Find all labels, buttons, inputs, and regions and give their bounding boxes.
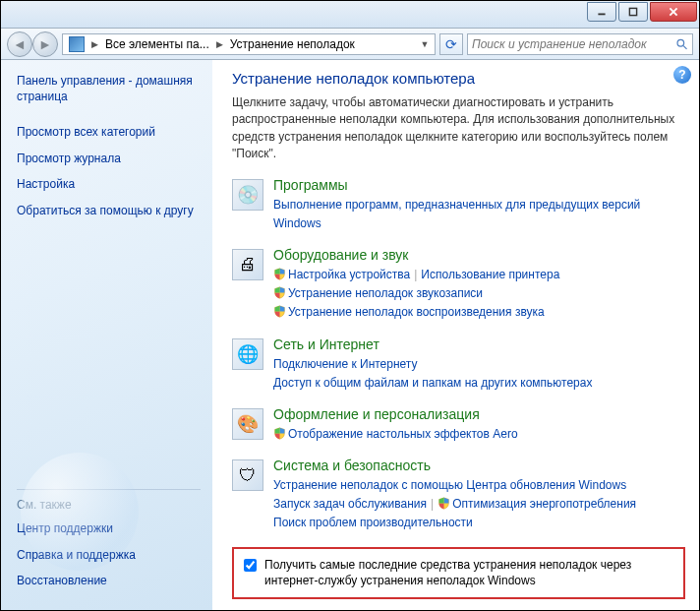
- troubleshoot-link[interactable]: Доступ к общим файлам и папкам на других…: [273, 376, 592, 390]
- control-panel-icon: [69, 36, 85, 52]
- update-checkbox-box: Получить самые последние средства устран…: [232, 547, 685, 600]
- content-area: Панель управления - домашняя страница Пр…: [1, 60, 699, 610]
- troubleshoot-link[interactable]: Запуск задач обслуживания: [273, 497, 427, 511]
- category-links: Устранение неполадок с помощью Центра об…: [273, 476, 685, 533]
- category-links: Выполнение программ, предназначенных для…: [273, 196, 685, 233]
- refresh-button[interactable]: ⟳: [439, 33, 463, 55]
- breadcrumb-segment[interactable]: Все элементы па...: [101, 37, 213, 51]
- category-title[interactable]: Оборудование и звук: [273, 247, 685, 263]
- troubleshoot-link[interactable]: Устранение неполадок воспроизведения зву…: [288, 305, 545, 319]
- troubleshoot-link[interactable]: Устранение неполадок с помощью Центра об…: [273, 478, 626, 492]
- get-updates-checkbox[interactable]: [244, 559, 257, 572]
- breadcrumb-separator[interactable]: ▶: [213, 39, 226, 49]
- troubleshoot-link[interactable]: Поиск проблем производительности: [273, 516, 473, 529]
- uac-shield-icon: [273, 305, 286, 318]
- category-icon: 🖨: [232, 249, 263, 280]
- category-links: Подключение к ИнтернетуДоступ к общим фа…: [273, 355, 685, 393]
- sidebar-link[interactable]: Настройка: [17, 177, 201, 193]
- svg-line-5: [683, 45, 686, 48]
- category-icon: 🎨: [232, 408, 263, 440]
- get-updates-label[interactable]: Получить самые последние средства устран…: [264, 557, 673, 590]
- sidebar: Панель управления - домашняя страница Пр…: [1, 60, 212, 610]
- address-bar[interactable]: ▶ Все элементы па... ▶ Устранение непола…: [62, 33, 436, 55]
- navigation-bar: ◄ ► ▶ Все элементы па... ▶ Устранение не…: [1, 29, 699, 60]
- uac-shield-icon: [273, 286, 286, 299]
- troubleshoot-link[interactable]: Выполнение программ, предназначенных для…: [273, 198, 640, 230]
- link-separator: |: [427, 497, 438, 511]
- page-description: Щелкните задачу, чтобы автоматически диа…: [232, 94, 685, 163]
- uac-shield-icon: [273, 427, 286, 440]
- svg-point-4: [677, 39, 684, 46]
- sidebar-link[interactable]: Просмотр журнала: [17, 152, 201, 167]
- category-links: Настройка устройства|Использование принт…: [273, 266, 685, 323]
- maximize-button[interactable]: [618, 2, 648, 22]
- breadcrumb-separator[interactable]: ▶: [88, 39, 101, 49]
- troubleshoot-link[interactable]: Устранение неполадок звукозаписи: [288, 286, 483, 300]
- search-input[interactable]: [472, 37, 675, 51]
- troubleshoot-link[interactable]: Настройка устройства: [288, 268, 410, 281]
- breadcrumb-segment[interactable]: Устранение неполадок: [226, 37, 359, 51]
- category-icon: 🛡: [232, 459, 263, 491]
- address-dropdown[interactable]: ▼: [417, 39, 433, 49]
- troubleshoot-link[interactable]: Оптимизация энергопотребления: [452, 497, 636, 511]
- category-title[interactable]: Оформление и персонализация: [273, 406, 685, 422]
- search-icon: [675, 37, 688, 51]
- close-button[interactable]: [650, 2, 697, 22]
- minimize-button[interactable]: [587, 2, 616, 22]
- page-title: Устранение неполадок компьютера: [232, 70, 685, 87]
- svg-rect-1: [629, 8, 636, 15]
- category-links: Отображение настольных эффектов Aero: [273, 425, 685, 444]
- troubleshoot-link[interactable]: Подключение к Интернету: [273, 357, 418, 371]
- sidebar-link[interactable]: Обратиться за помощью к другу: [17, 204, 201, 219]
- search-box[interactable]: [467, 33, 693, 55]
- category-title[interactable]: Программы: [273, 177, 685, 193]
- link-separator: |: [410, 268, 421, 281]
- window-titlebar: [1, 1, 699, 29]
- back-button[interactable]: ◄: [7, 31, 32, 57]
- category-icon: 🌐: [232, 338, 263, 370]
- category: 🛡Система и безопасностьУстранение непола…: [232, 458, 685, 533]
- category: 🎨Оформление и персонализацияОтображение …: [232, 406, 685, 444]
- category-title[interactable]: Сеть и Интернет: [273, 336, 685, 352]
- category: 💿ПрограммыВыполнение программ, предназна…: [232, 177, 685, 233]
- sidebar-link[interactable]: Центр поддержки: [17, 521, 201, 537]
- category-title[interactable]: Система и безопасность: [273, 458, 685, 473]
- sidebar-link[interactable]: Восстановление: [17, 574, 201, 589]
- troubleshoot-link[interactable]: Использование принтера: [421, 268, 559, 281]
- category-icon: 💿: [232, 179, 263, 211]
- sidebar-link[interactable]: Просмотр всех категорий: [17, 125, 201, 141]
- window-controls: [587, 2, 697, 22]
- category: 🖨Оборудование и звукНастройка устройства…: [232, 247, 685, 323]
- see-also-heading: См. также: [17, 498, 201, 512]
- help-icon[interactable]: ?: [673, 66, 691, 84]
- main-panel: ? Устранение неполадок компьютера Щелкни…: [212, 60, 699, 610]
- uac-shield-icon: [438, 497, 450, 510]
- category: 🌐Сеть и ИнтернетПодключение к ИнтернетуД…: [232, 336, 685, 393]
- uac-shield-icon: [273, 268, 286, 280]
- forward-button[interactable]: ►: [32, 31, 58, 57]
- sidebar-home-link[interactable]: Панель управления - домашняя страница: [17, 74, 201, 104]
- sidebar-link[interactable]: Справка и поддержка: [17, 548, 201, 564]
- troubleshoot-link[interactable]: Отображение настольных эффектов Aero: [288, 427, 518, 441]
